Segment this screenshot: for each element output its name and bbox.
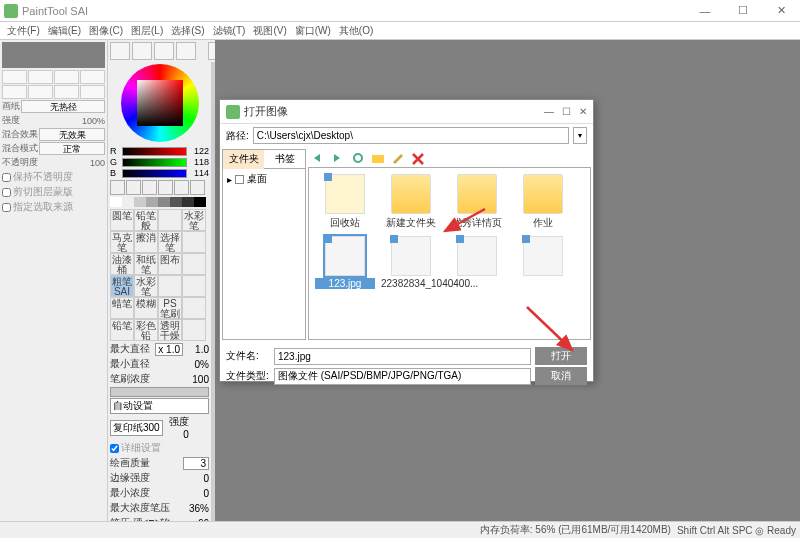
tool-btn[interactable] [110,42,130,60]
path-dropdown[interactable]: ▾ [573,127,587,144]
dialog-minimize[interactable]: — [544,106,554,117]
file-item-selected[interactable]: 123.jpg [315,236,375,289]
key-status: Shift Ctrl Alt SPC ◎ Ready [677,525,796,536]
filetype-label: 文件类型: [226,369,270,383]
path-input[interactable] [253,127,569,144]
b-slider[interactable] [122,169,187,178]
file-item[interactable]: 优秀详情页 [447,174,507,230]
tool-panel: R122 G118 B114 圆笔铅笔般 笔水彩笔 马克笔擦消选择笔 选区擦 油… [108,62,212,521]
tab-bookmarks[interactable]: 书签 [264,150,305,169]
menu-window[interactable]: 窗口(W) [292,24,334,38]
clip-mask-check[interactable]: 剪切图层蒙版 [2,185,105,199]
file-item[interactable]: 新建文件夹 [381,174,441,230]
forward-icon[interactable] [330,151,346,165]
tree-item-desktop[interactable]: ▸桌面 [223,169,305,189]
file-item[interactable]: 作业 [513,174,573,230]
layer-preview [2,42,105,68]
file-item[interactable] [513,236,573,289]
file-list: 回收站 新建文件夹 优秀详情页 作业 123.jpg 22382834_1040… [308,167,591,340]
statusbar: 内存负荷率: 56% (已用61MB/可用1420MB) Shift Ctrl … [0,521,800,538]
filename-label: 文件名: [226,349,270,363]
titlebar: PaintTool SAI — ☐ ✕ [0,0,800,22]
menu-image[interactable]: 图像(C) [86,24,126,38]
delete-icon[interactable] [410,151,426,165]
open-dialog: 打开图像 — ☐ ✕ 路径: ▾ 文件夹 书签 ▸桌面 [219,99,594,382]
menu-view[interactable]: 视图(V) [250,24,289,38]
tool-btn[interactable] [176,42,196,60]
tool[interactable] [158,180,173,195]
menubar: 文件(F) 编辑(E) 图像(C) 图层(L) 选择(S) 滤镜(T) 视图(V… [0,22,800,40]
select-source-check[interactable]: 指定选取来源 [2,200,105,214]
minimize-button[interactable]: — [690,2,720,20]
r-slider[interactable] [122,147,187,156]
path-label: 路径: [226,129,249,143]
tool[interactable] [190,180,205,195]
tool-btn[interactable] [132,42,152,60]
app-title: PaintTool SAI [22,5,690,17]
tool[interactable] [174,180,189,195]
svg-point-0 [354,154,362,162]
dialog-title: 打开图像 [244,104,544,119]
app-logo [4,4,18,18]
tool[interactable] [126,180,141,195]
open-button[interactable]: 打开 [535,347,587,365]
menu-other[interactable]: 其他(O) [336,24,376,38]
dialog-maximize[interactable]: ☐ [562,106,571,117]
file-item[interactable] [447,236,507,289]
tool[interactable] [142,180,157,195]
file-item[interactable]: 22382834_1040400... [381,236,441,289]
brush-grid: 圆笔铅笔般 笔水彩笔 马克笔擦消选择笔 选区擦 油漆桶 二值笔和纸笔图布 粗笔S… [110,209,209,341]
memory-status: 内存负荷率: 56% (已用61MB/可用1420MB) [480,523,671,537]
tab-folders[interactable]: 文件夹 [223,150,264,169]
density-slider[interactable] [110,387,209,397]
cancel-button[interactable]: 取消 [535,367,587,385]
g-slider[interactable] [122,158,187,167]
back-icon[interactable] [310,151,326,165]
maximize-button[interactable]: ☐ [728,2,758,20]
menu-file[interactable]: 文件(F) [4,24,43,38]
file-toolbar [308,149,591,167]
dialog-close[interactable]: ✕ [579,106,587,117]
preserve-opacity-check[interactable]: 保持不透明度 [2,170,105,184]
dialog-icon [226,105,240,119]
dialog-titlebar[interactable]: 打开图像 — ☐ ✕ [220,100,593,124]
selection-tools [110,180,209,195]
menu-edit[interactable]: 编辑(E) [45,24,84,38]
color-wheel[interactable] [121,64,199,142]
layer-panel: 画纸无热径 强度100% 混合效果无效果 混合模式正常 不透明度100 保持不透… [0,40,108,521]
svg-rect-1 [372,155,384,163]
folder-icon[interactable] [370,151,386,165]
close-button[interactable]: ✕ [766,2,796,20]
swatch-strip[interactable] [110,197,209,207]
file-item[interactable]: 回收站 [315,174,375,230]
tree-panel: 文件夹 书签 ▸桌面 [222,149,306,340]
menu-select[interactable]: 选择(S) [168,24,207,38]
menu-filter[interactable]: 滤镜(T) [210,24,249,38]
filename-input[interactable] [274,348,531,365]
tool-btn[interactable] [154,42,174,60]
filetype-select[interactable]: 图像文件 (SAI/PSD/BMP/JPG/PNG/TGA) [274,368,531,385]
edit-icon[interactable] [390,151,406,165]
tool[interactable] [110,180,125,195]
menu-layer[interactable]: 图层(L) [128,24,166,38]
refresh-icon[interactable] [350,151,366,165]
